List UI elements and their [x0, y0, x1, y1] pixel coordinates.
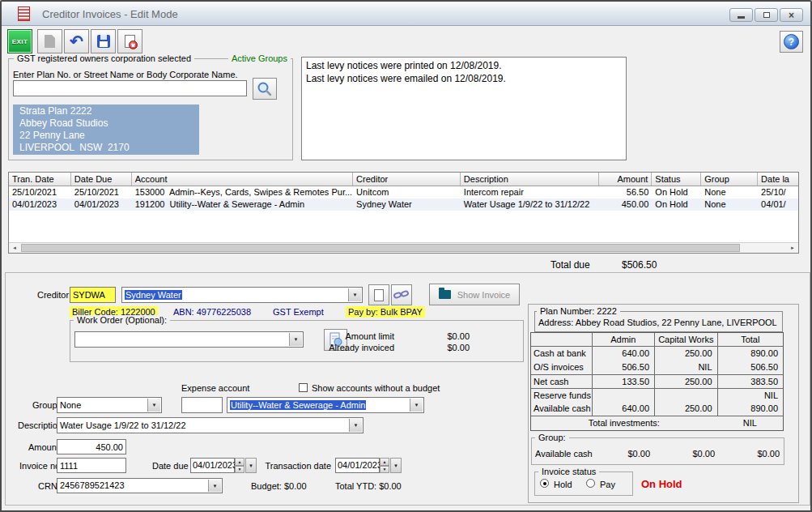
date-due-control[interactable]: 04/01/2023 ▲ ▼ ▼ — [190, 458, 257, 473]
save-button[interactable] — [91, 29, 116, 53]
search-button[interactable] — [253, 78, 277, 100]
transaction-date-value[interactable]: 04/01/2023 — [335, 458, 380, 473]
expense-account-dropdown-icon[interactable]: ▼ — [410, 399, 423, 412]
cash-col-admin: Admin — [592, 333, 655, 346]
cell-account: 153000 Admin--Keys, Cards, Swipes & Remo… — [132, 186, 353, 198]
work-order-dropdown-icon[interactable]: ▼ — [289, 333, 302, 346]
already-invoiced-value: $0.00 — [405, 343, 470, 352]
row-total: NIL — [717, 389, 783, 402]
selected-plan-item[interactable]: Strata Plan 2222 Abbey Road Studios 22 P… — [13, 105, 199, 155]
window-title: Creditor Invoices - Edit Mode — [42, 8, 178, 20]
row-label: Available cash — [531, 402, 592, 416]
col-account[interactable]: Account — [132, 173, 353, 186]
expense-account-dropdown[interactable]: Utility--Water & Sewerage - Admin ▼ — [227, 397, 424, 413]
link-icon — [393, 288, 410, 301]
scroll-right-icon[interactable]: ► — [787, 243, 798, 253]
pay-label: Pay — [600, 480, 615, 489]
amount-label: Amount — [28, 442, 59, 452]
amount-limit-value: $0.00 — [405, 331, 470, 341]
col-date-last[interactable]: Date la — [758, 173, 798, 186]
cash-row-reserve-funds: Reserve funds NIL — [531, 388, 783, 402]
group-cash-box: Group: Available cash $0.00 $0.00 $0.00 — [531, 437, 784, 465]
title-bar[interactable]: Creditor Invoices - Edit Mode × — [2, 2, 810, 26]
date-due-label: Date due — [152, 461, 188, 471]
show-invoice-label: Show Invoice — [457, 290, 510, 300]
cell-group: None — [701, 186, 758, 198]
plan-name-line: Abbey Road Studios — [19, 117, 193, 130]
hold-radio[interactable] — [540, 479, 549, 488]
row-label: Net cash — [531, 375, 592, 388]
cell-amount: 56.50 — [599, 186, 652, 198]
col-group[interactable]: Group — [701, 173, 758, 186]
total-due-value: $506.50 — [622, 259, 657, 271]
already-invoiced-label: Already invoiced — [321, 343, 394, 352]
row-capital: 250.00 — [654, 347, 717, 361]
scroll-left-icon[interactable]: ◄ — [9, 243, 20, 253]
table-horizontal-scrollbar[interactable]: ◄ ► — [9, 242, 798, 253]
col-amount[interactable]: Amount — [599, 173, 652, 186]
amount-limit-label: Amount limit — [321, 331, 394, 341]
pay-radio[interactable] — [586, 479, 595, 488]
group-cash-title: Group: — [535, 433, 569, 442]
active-groups-label[interactable]: Active Groups — [228, 53, 291, 63]
col-tran-date[interactable]: Tran. Date — [9, 173, 71, 186]
group-total-value: $0.00 — [731, 449, 780, 459]
group-admin-value: $0.00 — [602, 449, 650, 459]
date-due-calendar-dropdown-icon[interactable]: ▼ — [245, 458, 257, 473]
col-date-due[interactable]: Date Due — [71, 173, 132, 186]
crn-dropdown-icon[interactable]: ▼ — [208, 480, 221, 492]
col-creditor[interactable]: Creditor — [353, 173, 461, 186]
group-dropdown-icon[interactable]: ▼ — [147, 399, 160, 412]
cell-group: None — [701, 198, 758, 211]
levy-emailed-line: Last levy notices were emailed on 12/08/… — [306, 73, 506, 84]
restore-button[interactable] — [755, 8, 778, 22]
pay-by-text: Pay by: Bulk BPAY — [346, 306, 425, 318]
undo-button[interactable]: ↶ — [64, 29, 89, 53]
scrollbar-thumb[interactable] — [21, 244, 740, 252]
plan-search-group-title: GST registered owners corporation select… — [14, 53, 194, 63]
levy-printed-line: Last levy notices were printed on 12/08/… — [306, 60, 502, 71]
col-description[interactable]: Description — [461, 173, 600, 186]
work-order-dropdown[interactable]: ▼ — [74, 331, 304, 348]
date-due-value[interactable]: 04/01/2023 — [190, 458, 235, 473]
description-dropdown[interactable]: Water Usage 1/9/22 to 31/12/22 ▼ — [57, 417, 363, 433]
help-button[interactable]: ? — [780, 31, 803, 53]
new-creditor-invoice-button[interactable] — [368, 284, 389, 305]
table-row[interactable]: 04/01/2023 04/01/2023 191200 Utility--Wa… — [9, 198, 798, 211]
plan-city-line: LIVERPOOL NSW 2170 — [19, 142, 193, 154]
invoice-no-field[interactable] — [57, 458, 126, 473]
cancel-button[interactable] — [117, 29, 142, 53]
table-row[interactable]: 25/10/2021 25/10/2021 153000 Admin--Keys… — [9, 186, 798, 198]
description-value: Water Usage 1/9/22 to 31/12/22 — [60, 420, 186, 430]
spin-down-icon[interactable]: ▼ — [235, 466, 244, 474]
new-button[interactable] — [37, 29, 62, 53]
group-dropdown[interactable]: None ▼ — [57, 397, 162, 413]
show-accounts-checkbox[interactable] — [299, 383, 308, 392]
transaction-date-control[interactable]: 04/01/2023 ▲ ▼ ▼ — [335, 458, 402, 473]
plan-search-input[interactable] — [13, 80, 247, 96]
crn-dropdown[interactable]: 2456789521423 ▼ — [57, 478, 223, 493]
group-capital-value: $0.00 — [666, 449, 715, 459]
creditor-dropdown[interactable]: Sydney Water ▼ — [121, 287, 363, 303]
creditor-code-field[interactable] — [70, 287, 116, 303]
exit-button[interactable]: EXIT — [7, 29, 32, 53]
link-attachment-button[interactable] — [391, 284, 412, 305]
crn-value: 2456789521423 — [60, 480, 125, 490]
minimize-button[interactable] — [729, 8, 753, 22]
show-invoice-button[interactable]: Show Invoice — [429, 284, 520, 305]
close-button[interactable]: × — [780, 8, 803, 22]
transaction-date-spinner[interactable]: ▲ ▼ — [380, 458, 389, 473]
spin-up-icon[interactable]: ▲ — [235, 458, 244, 466]
cell-status: On Hold — [652, 198, 701, 211]
creditor-dropdown-icon[interactable]: ▼ — [348, 288, 361, 301]
cell-date-due: 25/10/2021 — [71, 186, 132, 198]
transaction-date-calendar-dropdown-icon[interactable]: ▼ — [390, 458, 402, 473]
date-due-spinner[interactable]: ▲ ▼ — [235, 458, 244, 473]
spin-down-icon[interactable]: ▼ — [380, 466, 389, 474]
amount-field[interactable] — [57, 439, 126, 454]
spin-up-icon[interactable]: ▲ — [380, 458, 389, 466]
description-dropdown-icon[interactable]: ▼ — [349, 419, 362, 432]
blank-document-icon — [374, 289, 384, 301]
col-status[interactable]: Status — [652, 173, 701, 186]
expense-account-code-field[interactable] — [181, 397, 223, 413]
